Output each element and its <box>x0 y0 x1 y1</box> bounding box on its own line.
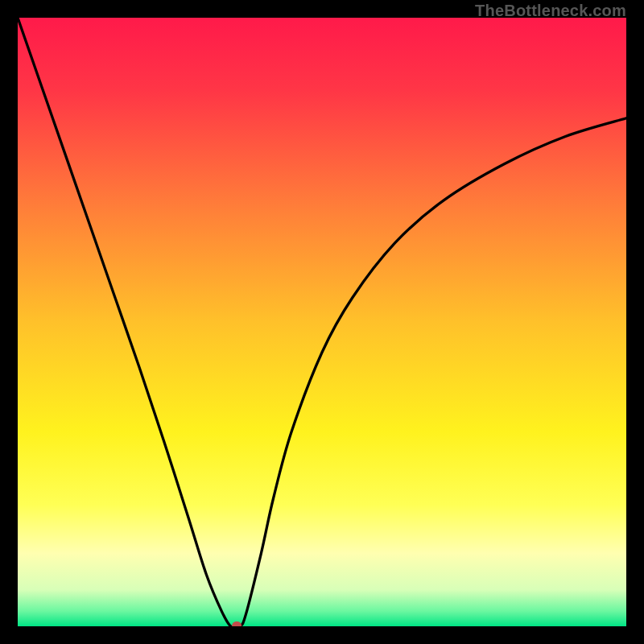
watermark-text: TheBottleneck.com <box>475 2 626 20</box>
curve-layer <box>18 18 626 626</box>
minimum-marker <box>232 621 242 626</box>
bottleneck-curve <box>18 18 626 626</box>
